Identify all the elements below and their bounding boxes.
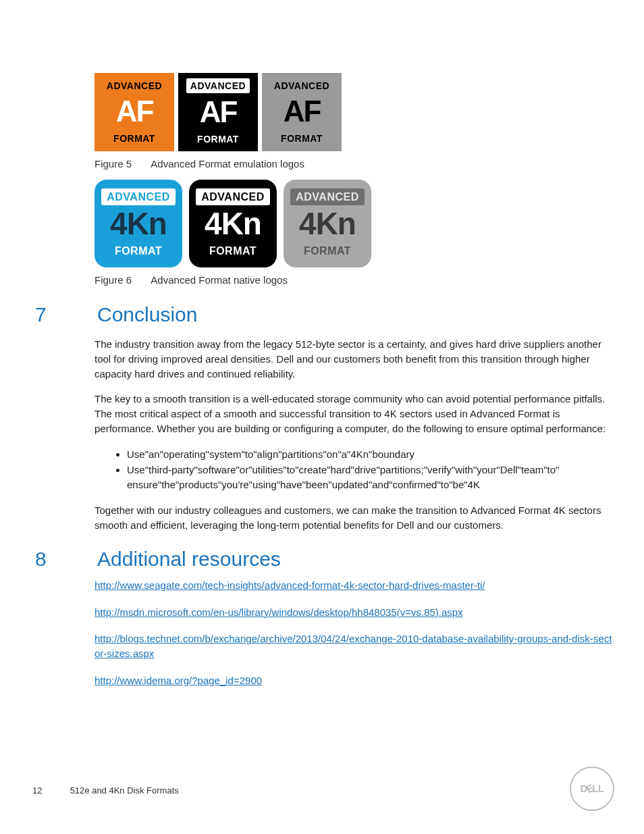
resource-link-1: http://www.seagate.com/tech-insights/adv…	[95, 578, 614, 593]
section-title: Additional resources	[97, 544, 281, 574]
dell-logo-icon: DELL	[570, 766, 614, 811]
figure-caption-text: Advanced Format native logos	[151, 274, 288, 286]
resource-link-2: http://msdn.microsoft.com/en-us/library/…	[95, 605, 614, 620]
kn-logo-row: ADVANCED 4Kn FORMAT ADVANCED 4Kn FORMAT …	[95, 180, 614, 267]
logo-text-top: ADVANCED	[101, 188, 175, 205]
section-8-heading: 8 Additional resources	[32, 544, 614, 574]
section-7-heading: 7 Conclusion	[32, 300, 614, 330]
section-title: Conclusion	[97, 300, 197, 330]
section-7-para-3: Together with our industry colleagues an…	[95, 503, 614, 533]
link[interactable]: http://blogs.technet.com/b/exchange/arch…	[95, 633, 612, 659]
section-number: 8	[32, 544, 97, 574]
kn-logo-black: ADVANCED 4Kn FORMAT	[189, 180, 277, 267]
figure-label: Figure 5	[95, 157, 149, 172]
list-item: Use"an"operating"system"to"align"partiti…	[127, 447, 614, 462]
page-number: 12	[32, 785, 68, 798]
logo-text-top: ADVANCED	[274, 79, 329, 93]
logo-text-top: ADVANCED	[196, 188, 269, 205]
logo-text-mid: AF	[284, 97, 321, 126]
section-number: 7	[32, 300, 97, 330]
dell-l2: L	[598, 781, 604, 796]
logo-text-mid: 4Kn	[299, 208, 356, 239]
af-logo-grey: ADVANCED AF FORMAT	[262, 73, 342, 151]
logo-text-bot: FORMAT	[304, 243, 351, 259]
af-logo-orange: ADVANCED AF FORMAT	[95, 73, 174, 151]
kn-logo-blue: ADVANCED 4Kn FORMAT	[95, 180, 182, 267]
section-7-para-1: The industry transition away from the le…	[95, 337, 614, 381]
logo-text-bot: FORMAT	[281, 132, 323, 145]
logo-text-top: ADVANCED	[186, 78, 250, 93]
section-7-para-2: The key to a smooth transition is a well…	[95, 392, 614, 436]
resource-link-3: http://blogs.technet.com/b/exchange/arch…	[95, 631, 614, 661]
list-item: Use"third-party"software"or"utilities"to…	[127, 463, 614, 492]
logo-text-mid: 4Kn	[205, 208, 261, 239]
logo-text-mid: AF	[116, 97, 153, 126]
resource-link-4: http://www.idema.org/?page_id=2900	[95, 673, 614, 688]
logo-text-bot: FORMAT	[113, 132, 155, 145]
figure-5-caption: Figure 5 Advanced Format emulation logos	[95, 157, 614, 172]
figure-caption-text: Advanced Format emulation logos	[151, 158, 304, 170]
figure-label: Figure 6	[95, 273, 149, 288]
af-logo-row: ADVANCED AF FORMAT ADVANCED AF FORMAT AD…	[95, 73, 614, 151]
logo-text-bot: FORMAT	[209, 243, 257, 259]
footer-title: 512e and 4Kn Disk Formats	[70, 785, 179, 796]
kn-logo-grey: ADVANCED 4Kn FORMAT	[284, 180, 371, 267]
link[interactable]: http://www.seagate.com/tech-insights/adv…	[95, 579, 485, 591]
page-footer: 12 512e and 4Kn Disk Formats	[32, 785, 179, 798]
section-7-bullets: Use"an"operating"system"to"align"partiti…	[95, 447, 614, 492]
af-logo-black: ADVANCED AF FORMAT	[178, 73, 258, 151]
link[interactable]: http://msdn.microsoft.com/en-us/library/…	[95, 606, 463, 618]
logo-text-bot: FORMAT	[197, 132, 239, 146]
logo-text-top: ADVANCED	[107, 79, 162, 93]
logo-text-mid: AF	[200, 97, 237, 127]
logo-text-bot: FORMAT	[115, 243, 162, 259]
link[interactable]: http://www.idema.org/?page_id=2900	[95, 675, 262, 686]
logo-text-mid: 4Kn	[110, 208, 167, 239]
figure-6-caption: Figure 6 Advanced Format native logos	[95, 273, 614, 288]
logo-text-top: ADVANCED	[290, 188, 364, 205]
